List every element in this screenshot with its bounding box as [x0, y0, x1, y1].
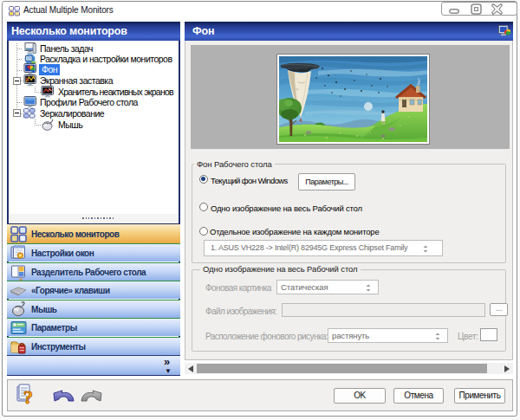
svg-text:?: ?: [23, 386, 33, 406]
